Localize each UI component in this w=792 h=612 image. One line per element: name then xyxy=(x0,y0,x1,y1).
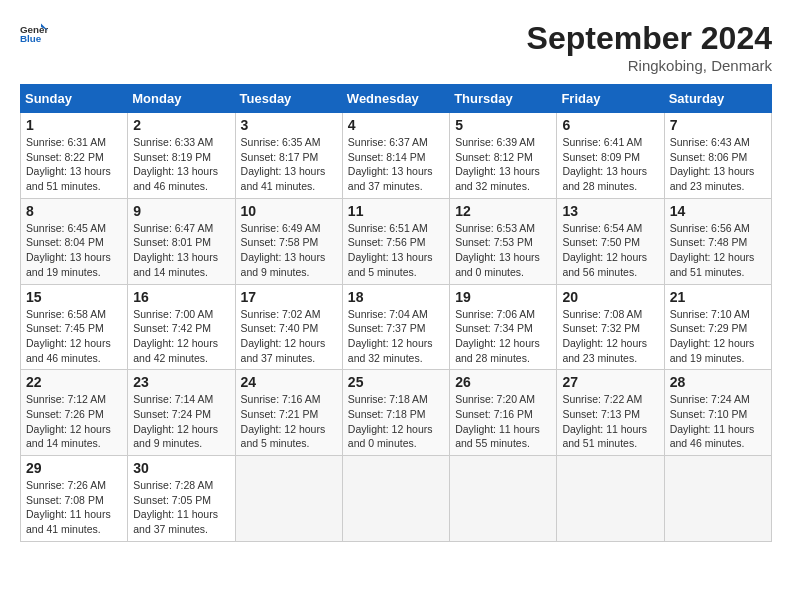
day-info: Sunrise: 6:37 AMSunset: 8:14 PMDaylight:… xyxy=(348,136,433,192)
day-info: Sunrise: 7:22 AMSunset: 7:13 PMDaylight:… xyxy=(562,393,647,449)
day-info: Sunrise: 7:00 AMSunset: 7:42 PMDaylight:… xyxy=(133,308,218,364)
calendar-day-empty xyxy=(450,456,557,542)
day-number: 16 xyxy=(133,289,229,305)
day-number: 26 xyxy=(455,374,551,390)
day-info: Sunrise: 6:58 AMSunset: 7:45 PMDaylight:… xyxy=(26,308,111,364)
day-info: Sunrise: 7:18 AMSunset: 7:18 PMDaylight:… xyxy=(348,393,433,449)
day-number: 10 xyxy=(241,203,337,219)
calendar-day-8: 8Sunrise: 6:45 AMSunset: 8:04 PMDaylight… xyxy=(21,198,128,284)
calendar-day-empty xyxy=(557,456,664,542)
day-number: 21 xyxy=(670,289,766,305)
day-info: Sunrise: 6:54 AMSunset: 7:50 PMDaylight:… xyxy=(562,222,647,278)
day-info: Sunrise: 6:35 AMSunset: 8:17 PMDaylight:… xyxy=(241,136,326,192)
day-number: 15 xyxy=(26,289,122,305)
svg-text:Blue: Blue xyxy=(20,33,42,44)
calendar-day-29: 29Sunrise: 7:26 AMSunset: 7:08 PMDayligh… xyxy=(21,456,128,542)
day-info: Sunrise: 6:41 AMSunset: 8:09 PMDaylight:… xyxy=(562,136,647,192)
calendar-day-3: 3Sunrise: 6:35 AMSunset: 8:17 PMDaylight… xyxy=(235,113,342,199)
day-number: 18 xyxy=(348,289,444,305)
day-info: Sunrise: 7:08 AMSunset: 7:32 PMDaylight:… xyxy=(562,308,647,364)
calendar-day-2: 2Sunrise: 6:33 AMSunset: 8:19 PMDaylight… xyxy=(128,113,235,199)
day-number: 19 xyxy=(455,289,551,305)
calendar-day-empty xyxy=(664,456,771,542)
page-header: General Blue September 2024 Ringkobing, … xyxy=(20,20,772,74)
day-number: 24 xyxy=(241,374,337,390)
day-info: Sunrise: 6:49 AMSunset: 7:58 PMDaylight:… xyxy=(241,222,326,278)
day-info: Sunrise: 6:45 AMSunset: 8:04 PMDaylight:… xyxy=(26,222,111,278)
day-number: 29 xyxy=(26,460,122,476)
calendar-day-21: 21Sunrise: 7:10 AMSunset: 7:29 PMDayligh… xyxy=(664,284,771,370)
calendar-day-26: 26Sunrise: 7:20 AMSunset: 7:16 PMDayligh… xyxy=(450,370,557,456)
weekday-header-row: SundayMondayTuesdayWednesdayThursdayFrid… xyxy=(21,85,772,113)
month-title: September 2024 xyxy=(527,20,772,57)
day-number: 3 xyxy=(241,117,337,133)
calendar-day-14: 14Sunrise: 6:56 AMSunset: 7:48 PMDayligh… xyxy=(664,198,771,284)
day-info: Sunrise: 7:12 AMSunset: 7:26 PMDaylight:… xyxy=(26,393,111,449)
calendar-day-23: 23Sunrise: 7:14 AMSunset: 7:24 PMDayligh… xyxy=(128,370,235,456)
calendar-day-30: 30Sunrise: 7:28 AMSunset: 7:05 PMDayligh… xyxy=(128,456,235,542)
calendar-day-11: 11Sunrise: 6:51 AMSunset: 7:56 PMDayligh… xyxy=(342,198,449,284)
day-info: Sunrise: 6:31 AMSunset: 8:22 PMDaylight:… xyxy=(26,136,111,192)
calendar-day-10: 10Sunrise: 6:49 AMSunset: 7:58 PMDayligh… xyxy=(235,198,342,284)
calendar-day-27: 27Sunrise: 7:22 AMSunset: 7:13 PMDayligh… xyxy=(557,370,664,456)
day-number: 20 xyxy=(562,289,658,305)
day-info: Sunrise: 6:47 AMSunset: 8:01 PMDaylight:… xyxy=(133,222,218,278)
calendar-day-9: 9Sunrise: 6:47 AMSunset: 8:01 PMDaylight… xyxy=(128,198,235,284)
day-number: 9 xyxy=(133,203,229,219)
day-number: 4 xyxy=(348,117,444,133)
day-info: Sunrise: 6:39 AMSunset: 8:12 PMDaylight:… xyxy=(455,136,540,192)
day-number: 12 xyxy=(455,203,551,219)
calendar-day-22: 22Sunrise: 7:12 AMSunset: 7:26 PMDayligh… xyxy=(21,370,128,456)
calendar-week-0: 1Sunrise: 6:31 AMSunset: 8:22 PMDaylight… xyxy=(21,113,772,199)
weekday-header-sunday: Sunday xyxy=(21,85,128,113)
calendar-day-25: 25Sunrise: 7:18 AMSunset: 7:18 PMDayligh… xyxy=(342,370,449,456)
calendar-table: SundayMondayTuesdayWednesdayThursdayFrid… xyxy=(20,84,772,542)
day-number: 6 xyxy=(562,117,658,133)
day-info: Sunrise: 7:10 AMSunset: 7:29 PMDaylight:… xyxy=(670,308,755,364)
calendar-day-15: 15Sunrise: 6:58 AMSunset: 7:45 PMDayligh… xyxy=(21,284,128,370)
day-number: 5 xyxy=(455,117,551,133)
calendar-day-empty xyxy=(235,456,342,542)
day-info: Sunrise: 7:02 AMSunset: 7:40 PMDaylight:… xyxy=(241,308,326,364)
day-number: 11 xyxy=(348,203,444,219)
weekday-header-tuesday: Tuesday xyxy=(235,85,342,113)
location: Ringkobing, Denmark xyxy=(527,57,772,74)
calendar-day-13: 13Sunrise: 6:54 AMSunset: 7:50 PMDayligh… xyxy=(557,198,664,284)
day-info: Sunrise: 7:26 AMSunset: 7:08 PMDaylight:… xyxy=(26,479,111,535)
day-number: 8 xyxy=(26,203,122,219)
day-info: Sunrise: 7:04 AMSunset: 7:37 PMDaylight:… xyxy=(348,308,433,364)
logo-icon: General Blue xyxy=(20,20,48,48)
calendar-day-12: 12Sunrise: 6:53 AMSunset: 7:53 PMDayligh… xyxy=(450,198,557,284)
calendar-day-4: 4Sunrise: 6:37 AMSunset: 8:14 PMDaylight… xyxy=(342,113,449,199)
day-info: Sunrise: 7:28 AMSunset: 7:05 PMDaylight:… xyxy=(133,479,218,535)
calendar-week-3: 22Sunrise: 7:12 AMSunset: 7:26 PMDayligh… xyxy=(21,370,772,456)
weekday-header-monday: Monday xyxy=(128,85,235,113)
calendar-day-7: 7Sunrise: 6:43 AMSunset: 8:06 PMDaylight… xyxy=(664,113,771,199)
weekday-header-thursday: Thursday xyxy=(450,85,557,113)
day-info: Sunrise: 7:14 AMSunset: 7:24 PMDaylight:… xyxy=(133,393,218,449)
day-info: Sunrise: 7:20 AMSunset: 7:16 PMDaylight:… xyxy=(455,393,540,449)
day-number: 14 xyxy=(670,203,766,219)
weekday-header-wednesday: Wednesday xyxy=(342,85,449,113)
calendar-day-empty xyxy=(342,456,449,542)
calendar-day-28: 28Sunrise: 7:24 AMSunset: 7:10 PMDayligh… xyxy=(664,370,771,456)
calendar-day-17: 17Sunrise: 7:02 AMSunset: 7:40 PMDayligh… xyxy=(235,284,342,370)
day-info: Sunrise: 6:43 AMSunset: 8:06 PMDaylight:… xyxy=(670,136,755,192)
day-number: 7 xyxy=(670,117,766,133)
weekday-header-friday: Friday xyxy=(557,85,664,113)
day-number: 23 xyxy=(133,374,229,390)
day-number: 22 xyxy=(26,374,122,390)
day-number: 27 xyxy=(562,374,658,390)
day-number: 25 xyxy=(348,374,444,390)
day-info: Sunrise: 7:16 AMSunset: 7:21 PMDaylight:… xyxy=(241,393,326,449)
day-number: 2 xyxy=(133,117,229,133)
calendar-day-20: 20Sunrise: 7:08 AMSunset: 7:32 PMDayligh… xyxy=(557,284,664,370)
day-number: 13 xyxy=(562,203,658,219)
day-info: Sunrise: 6:53 AMSunset: 7:53 PMDaylight:… xyxy=(455,222,540,278)
calendar-day-5: 5Sunrise: 6:39 AMSunset: 8:12 PMDaylight… xyxy=(450,113,557,199)
title-block: September 2024 Ringkobing, Denmark xyxy=(527,20,772,74)
day-number: 1 xyxy=(26,117,122,133)
calendar-day-16: 16Sunrise: 7:00 AMSunset: 7:42 PMDayligh… xyxy=(128,284,235,370)
day-info: Sunrise: 6:56 AMSunset: 7:48 PMDaylight:… xyxy=(670,222,755,278)
day-info: Sunrise: 7:06 AMSunset: 7:34 PMDaylight:… xyxy=(455,308,540,364)
